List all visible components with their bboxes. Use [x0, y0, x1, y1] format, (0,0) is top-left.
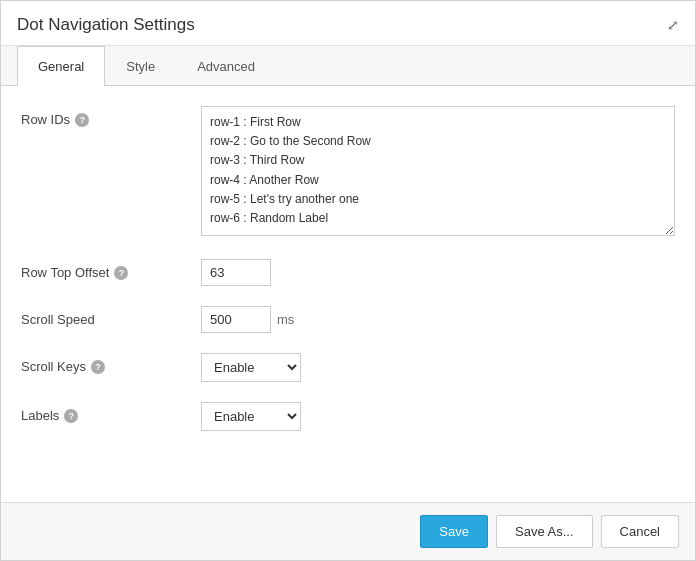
- labels-select[interactable]: Enable Disable: [201, 402, 301, 431]
- row-top-offset-label: Row Top Offset ?: [21, 259, 201, 280]
- expand-icon[interactable]: ⤢: [667, 17, 679, 33]
- labels-label: Labels ?: [21, 402, 201, 423]
- labels-row: Labels ? Enable Disable: [21, 402, 675, 431]
- tab-general[interactable]: General: [17, 46, 105, 86]
- dialog-header: Dot Navigation Settings ⤢: [1, 1, 695, 46]
- row-ids-row: Row IDs ? row-1 : First Row row-2 : Go t…: [21, 106, 675, 239]
- scroll-speed-label: Scroll Speed: [21, 306, 201, 327]
- save-as-button[interactable]: Save As...: [496, 515, 593, 548]
- scroll-keys-help-icon[interactable]: ?: [91, 360, 105, 374]
- scroll-speed-input-group: ms: [201, 306, 675, 333]
- tab-advanced[interactable]: Advanced: [176, 46, 276, 86]
- cancel-button[interactable]: Cancel: [601, 515, 679, 548]
- row-ids-help-icon[interactable]: ?: [75, 113, 89, 127]
- dialog-footer: Save Save As... Cancel: [1, 502, 695, 560]
- row-top-offset-help-icon[interactable]: ?: [114, 266, 128, 280]
- dialog-title: Dot Navigation Settings: [17, 15, 195, 35]
- scroll-speed-row: Scroll Speed ms: [21, 306, 675, 333]
- scroll-speed-control: ms: [201, 306, 675, 333]
- labels-help-icon[interactable]: ?: [64, 409, 78, 423]
- dialog-body: Row IDs ? row-1 : First Row row-2 : Go t…: [1, 86, 695, 502]
- row-ids-label: Row IDs ?: [21, 106, 201, 127]
- row-top-offset-row: Row Top Offset ?: [21, 259, 675, 286]
- row-top-offset-input[interactable]: [201, 259, 271, 286]
- scroll-keys-select[interactable]: Enable Disable: [201, 353, 301, 382]
- save-button[interactable]: Save: [420, 515, 488, 548]
- row-top-offset-control: [201, 259, 675, 286]
- scroll-keys-row: Scroll Keys ? Enable Disable: [21, 353, 675, 382]
- scroll-keys-label: Scroll Keys ?: [21, 353, 201, 374]
- scroll-speed-input[interactable]: [201, 306, 271, 333]
- row-ids-textarea[interactable]: row-1 : First Row row-2 : Go to the Seco…: [201, 106, 675, 236]
- labels-control: Enable Disable: [201, 402, 675, 431]
- scroll-speed-suffix: ms: [277, 312, 294, 327]
- dot-navigation-settings-dialog: Dot Navigation Settings ⤢ General Style …: [0, 0, 696, 561]
- row-ids-control: row-1 : First Row row-2 : Go to the Seco…: [201, 106, 675, 239]
- scroll-keys-control: Enable Disable: [201, 353, 675, 382]
- tab-style[interactable]: Style: [105, 46, 176, 86]
- tab-bar: General Style Advanced: [1, 46, 695, 86]
